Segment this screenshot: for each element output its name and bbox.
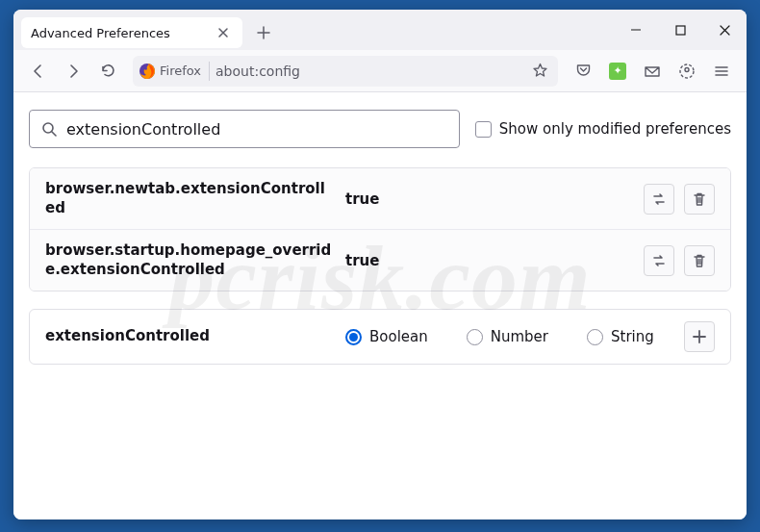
pref-actions [644,245,715,276]
pref-actions [644,184,715,215]
app-menu-button[interactable] [706,56,737,87]
reload-button[interactable] [92,56,123,87]
minimize-button[interactable] [614,10,658,50]
delete-button[interactable] [684,184,715,215]
config-search-box[interactable] [29,110,460,148]
maximize-button[interactable] [658,10,702,50]
radio-number[interactable]: Number [467,328,548,345]
pref-row[interactable]: browser.newtab.extensionControlled true [30,168,730,229]
show-modified-label: Show only modified preferences [499,120,731,138]
config-search-input[interactable] [66,120,447,139]
tab-title: Advanced Preferences [31,26,170,40]
new-pref-row: extensionControlled Boolean Number Strin… [29,309,731,365]
url-bar[interactable]: Firefox about:config [133,56,558,87]
identity-label: Firefox [160,63,201,78]
about-config-content: Show only modified preferences browser.n… [13,92,747,519]
radio-boolean[interactable]: Boolean [345,328,428,345]
pref-value: true [345,252,632,269]
svg-point-3 [685,67,689,71]
window-controls [614,10,747,50]
firefox-icon [139,63,156,80]
toggle-button[interactable] [644,245,674,276]
add-pref-button[interactable] [684,321,715,352]
browser-tab[interactable]: Advanced Preferences [21,17,242,48]
delete-button[interactable] [684,245,715,276]
titlebar: Advanced Preferences [13,10,747,50]
navigation-toolbar: Firefox about:config ✦ [13,50,747,92]
search-icon [41,121,57,137]
pref-row[interactable]: browser.startup.homepage_override.extens… [30,229,730,291]
pref-list: browser.newtab.extensionControlled true … [29,167,731,291]
checkbox-icon [475,121,492,138]
forward-button[interactable] [58,56,89,87]
site-identity[interactable]: Firefox [139,62,210,81]
account-icon[interactable] [671,56,702,87]
extension-icon[interactable]: ✦ [602,56,633,87]
show-modified-toggle[interactable]: Show only modified preferences [475,120,731,138]
bookmark-star-icon[interactable] [527,56,552,87]
radio-label: Number [491,328,548,345]
search-row: Show only modified preferences [29,110,731,148]
pocket-icon[interactable] [568,56,598,87]
back-button[interactable] [23,56,54,87]
new-tab-button[interactable] [248,17,279,48]
window-close-button[interactable] [702,10,747,50]
new-pref-name: extensionControlled [45,327,334,346]
browser-window: Advanced Preferences [13,10,747,519]
pref-name: browser.startup.homepage_override.extens… [45,241,334,279]
close-tab-icon[interactable] [214,23,233,42]
inbox-icon[interactable] [637,56,668,87]
radio-icon [587,329,603,345]
radio-icon [345,329,362,345]
radio-icon [467,329,483,345]
type-radio-group: Boolean Number String [345,328,672,345]
pref-name: browser.newtab.extensionControlled [45,180,334,217]
radio-label: String [611,328,654,345]
url-text: about:config [215,63,521,79]
toggle-button[interactable] [644,184,674,215]
svg-rect-0 [676,26,685,35]
radio-label: Boolean [369,328,428,345]
radio-string[interactable]: String [587,328,654,345]
pref-value: true [345,190,632,208]
